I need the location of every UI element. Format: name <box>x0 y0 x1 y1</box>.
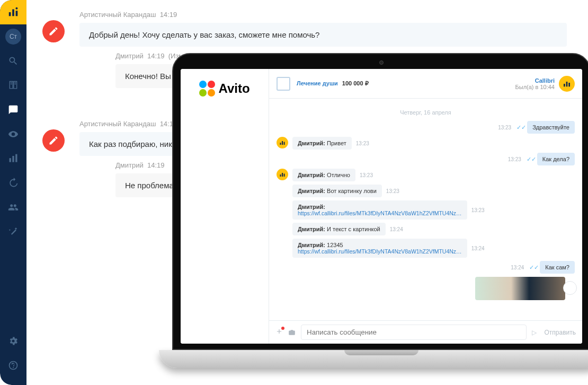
read-ticks-icon: ✓✓ <box>516 124 526 131</box>
out-message: 13:23✓✓ Здравствуйте <box>277 121 575 134</box>
search-icon <box>8 56 19 66</box>
svg-rect-5 <box>12 156 14 162</box>
in-message: Дмитрий: И текст с картинкой 13:24 <box>277 223 575 235</box>
file-link[interactable]: https://wf.callibri.ru/files/MTk3fDIyNTA… <box>298 210 462 216</box>
listing-thumb[interactable] <box>277 77 290 91</box>
sidebar-help[interactable] <box>0 353 26 378</box>
sidebar-people[interactable] <box>0 195 26 220</box>
message-bubble: Дмитрий: 12345https://wf.callibri.ru/fil… <box>292 239 467 258</box>
out-image-message <box>277 277 565 300</box>
message-bubble: Дмитрий:https://wf.callibri.ru/files/MTk… <box>292 200 467 220</box>
message-bubble: Дмитрий: И текст с картинкой <box>292 223 386 235</box>
book-icon <box>8 80 19 91</box>
out-message: 13:24✓✓ Как сам? <box>277 261 575 274</box>
counterparty-info[interactable]: Callibri Был(а) в 10:44 <box>515 76 575 92</box>
chat-icon <box>8 104 19 115</box>
sidebar-user[interactable]: Ст <box>0 24 26 49</box>
sidebar-stats[interactable] <box>0 146 26 171</box>
svg-rect-10 <box>280 143 281 145</box>
stats-icon <box>8 153 19 164</box>
in-message: Дмитрий: Отлично 13:23 <box>277 169 575 181</box>
avito-side: Avito <box>181 69 269 344</box>
svg-rect-2 <box>16 11 18 16</box>
sender-avatar <box>277 137 288 148</box>
camera-icon[interactable] <box>288 329 296 336</box>
message-bubble: Как дела? <box>537 153 575 165</box>
send-button[interactable]: Отправить <box>544 329 576 336</box>
sidebar: Ст <box>0 0 26 385</box>
message-bubble: Дмитрий: Привет <box>292 137 352 150</box>
message-meta: Артистичный Карандаш 14:19 <box>79 11 572 19</box>
send-arrow-icon[interactable]: ▷ <box>532 329 537 336</box>
svg-point-3 <box>15 7 17 10</box>
user-avatar: Ст <box>5 29 21 45</box>
contact-avatar <box>42 20 65 42</box>
sidebar-book[interactable] <box>0 73 26 98</box>
add-attachment-button[interactable] <box>275 328 283 337</box>
sidebar-eye[interactable] <box>0 122 26 146</box>
read-ticks-icon: ✓✓ <box>527 156 536 163</box>
avito-window: Avito Лечение души100 000 ₽ Callibri <box>181 69 582 344</box>
svg-rect-4 <box>10 158 11 162</box>
help-icon <box>8 360 19 371</box>
avito-chat-header: Лечение души100 000 ₽ Callibri Был(а) в … <box>269 69 582 99</box>
sender-avatar <box>277 169 288 180</box>
message-input[interactable] <box>301 325 527 340</box>
avito-chat: Лечение души100 000 ₽ Callibri Был(а) в … <box>269 69 582 344</box>
in-message: Дмитрий: 12345https://wf.callibri.ru/fil… <box>277 239 575 258</box>
magic-wand-icon <box>8 226 19 237</box>
eye-icon <box>8 129 19 139</box>
pencil-icon <box>48 135 59 146</box>
image-attachment[interactable] <box>475 277 565 300</box>
svg-rect-11 <box>282 141 283 145</box>
contact-avatar <box>42 129 65 152</box>
svg-rect-1 <box>12 10 14 16</box>
listing-info[interactable]: Лечение души100 000 ₽ <box>297 80 369 87</box>
svg-rect-13 <box>280 174 281 177</box>
sidebar-settings[interactable] <box>0 329 26 353</box>
laptop-screen: Avito Лечение души100 000 ₽ Callibri <box>172 53 588 350</box>
app-root: Ст <box>0 0 588 385</box>
message-bubble: Дмитрий: Вот картинку лови <box>292 185 382 197</box>
pencil-icon <box>48 26 59 37</box>
in-message: Дмитрий: Вот картинку лови 13:23 <box>277 185 575 197</box>
people-icon <box>8 202 19 213</box>
svg-rect-15 <box>284 174 285 177</box>
laptop-mockup: Avito Лечение души100 000 ₽ Callibri <box>164 53 588 385</box>
brand-logo[interactable] <box>0 0 26 24</box>
file-link[interactable]: https://wf.callibri.ru/files/MTk3fDIyNTA… <box>298 248 462 255</box>
history-icon <box>8 178 19 188</box>
laptop-base <box>159 350 588 368</box>
bars-icon <box>279 171 286 178</box>
out-message: 13:23✓✓ Как дела? <box>277 153 575 165</box>
bars-icon <box>563 80 571 88</box>
sidebar-wand[interactable] <box>0 220 26 244</box>
sidebar-search[interactable] <box>0 49 26 73</box>
message-bubble: Дмитрий: Отлично <box>292 169 355 181</box>
avito-logo: Avito <box>199 81 250 97</box>
svg-rect-9 <box>568 83 570 86</box>
counterparty-avatar <box>559 76 575 92</box>
in-message: Дмитрий: Привет 13:23 <box>277 137 575 150</box>
sidebar-chat[interactable] <box>0 98 26 122</box>
svg-rect-7 <box>564 84 565 86</box>
in-message: Дмитрий:https://wf.callibri.ru/files/MTk… <box>277 200 575 220</box>
laptop-camera <box>379 60 384 65</box>
message-bubble: Здравствуйте <box>527 121 575 134</box>
date-divider: Четверг, 16 апреля <box>277 109 575 116</box>
message-bubble: Как сам? <box>540 261 575 274</box>
avito-input-bar: ▷ Отправить <box>269 320 582 344</box>
svg-rect-12 <box>284 142 285 145</box>
message-bubble: Добрый день! Хочу сделать у вас заказ, с… <box>79 23 567 47</box>
avito-chat-body: Четверг, 16 апреля 13:23✓✓ Здравствуйте … <box>269 99 582 320</box>
bars-icon <box>279 139 286 146</box>
svg-rect-8 <box>566 82 568 86</box>
svg-rect-6 <box>15 154 17 162</box>
bars-icon <box>7 6 19 18</box>
sidebar-history[interactable] <box>0 171 26 195</box>
svg-rect-14 <box>282 173 283 177</box>
read-ticks-icon: ✓✓ <box>529 264 539 271</box>
svg-rect-0 <box>9 12 11 16</box>
incoming-message: Артистичный Карандаш 14:19 Добрый день! … <box>26 11 588 47</box>
gear-icon <box>8 336 19 346</box>
